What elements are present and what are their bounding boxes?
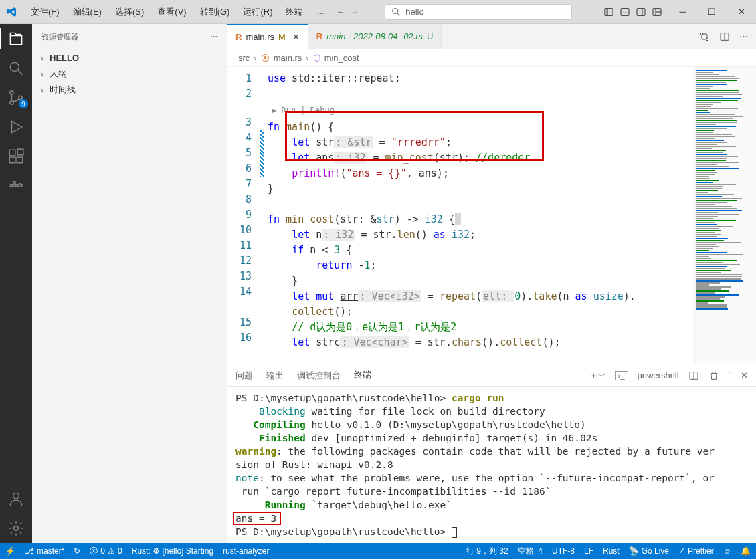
menu-file[interactable]: 文件(F) (24, 6, 66, 18)
code-line[interactable]: let ans: i32 = min_cost(str); //dereder (268, 150, 694, 166)
chevron-right-icon: › (37, 69, 47, 79)
toggle-panel-icon[interactable] (620, 7, 630, 17)
svg-point-26 (14, 526, 19, 531)
status-language[interactable]: Rust (603, 546, 620, 556)
menu-more[interactable]: … (310, 6, 332, 18)
code-line[interactable]: if n < 3 { (268, 243, 694, 258)
panel-tab-debug-console[interactable]: 调试控制台 (297, 367, 341, 384)
terminal-profile-icon[interactable]: ›_ (615, 371, 628, 380)
code-lens-run-debug[interactable]: ▶ Run | Debug (268, 102, 694, 120)
tab-more-icon[interactable]: ⋯ (739, 31, 748, 41)
code-line[interactable]: println!("ans = {}", ans); (268, 166, 694, 181)
code-line[interactable]: // d认为是0，e认为是1，r认为是2 (268, 320, 694, 335)
minimap[interactable] (694, 67, 756, 364)
terminal-line: note: to see what the problems were, use… (235, 471, 748, 485)
explorer-sidebar: 资源管理器 ⋯ › HELLO › 大纲 › 时间线 (32, 24, 227, 543)
status-notifications-icon[interactable]: 🔔 (741, 546, 751, 556)
close-panel-icon[interactable]: ✕ (741, 370, 748, 380)
menu-go[interactable]: 转到(G) (193, 6, 237, 18)
code-line[interactable]: let str: &str = "rrredrr"; (268, 135, 694, 150)
tab-main-rs[interactable]: R main.rs M ✕ (227, 24, 308, 49)
code-line[interactable]: let n: i32 = str.len() as i32; (268, 227, 694, 243)
sidebar-item-label: 大纲 (50, 68, 67, 80)
breadcrumb[interactable]: src › ⦿ main.rs › ⬡ min_cost (227, 49, 756, 67)
panel-tab-problems[interactable]: 问题 (235, 367, 253, 384)
panel-tab-output[interactable]: 输出 (266, 367, 284, 384)
code-line[interactable] (268, 86, 694, 102)
nav-back-icon[interactable]: ← (336, 7, 345, 17)
code-line[interactable] (268, 197, 694, 212)
menu-view[interactable]: 查看(V) (151, 6, 193, 18)
code-line[interactable]: let strc: Vec<char> = str.chars().collec… (268, 335, 694, 350)
panel-tab-terminal[interactable]: 终端 (354, 366, 371, 384)
compare-changes-icon[interactable] (699, 31, 710, 42)
extensions-icon[interactable] (7, 147, 25, 166)
breadcrumb-item[interactable]: main.rs (274, 53, 302, 63)
tab-main-backup[interactable]: R main - 2022-08-04--02.rs U (308, 24, 442, 49)
status-branch[interactable]: ⎇master* (25, 546, 64, 556)
new-terminal-icon[interactable]: ＋﹀ (589, 370, 605, 382)
status-eol[interactable]: LF (584, 546, 593, 556)
menu-edit[interactable]: 编辑(E) (66, 6, 108, 18)
status-rust[interactable]: Rust: ⚙ [hello] Starting (132, 546, 213, 556)
svg-point-12 (10, 62, 19, 71)
svg-line-13 (18, 70, 23, 75)
terminal-shell-label[interactable]: powershell (638, 370, 679, 380)
code-line[interactable]: } (268, 273, 694, 289)
code-line[interactable]: let mut arr: Vec<i32> = repeat(elt: 0).t… (268, 289, 694, 304)
run-debug-icon[interactable] (7, 118, 25, 136)
source-control-icon[interactable]: 9 (7, 88, 25, 107)
split-terminal-icon[interactable] (688, 370, 699, 381)
terminal-line: warning: the following packages contain … (235, 445, 748, 458)
tab-close-icon[interactable]: ✕ (292, 32, 300, 42)
terminal[interactable]: PS D:\mysetup\gopath\rustcode\hello> car… (227, 387, 756, 543)
menu-selection[interactable]: 选择(S) (108, 6, 151, 18)
terminal-line: Blocking waiting for file lock on build … (235, 405, 748, 418)
toggle-secondary-sidebar-icon[interactable] (636, 7, 646, 17)
toggle-primary-sidebar-icon[interactable] (603, 7, 614, 17)
settings-gear-icon[interactable] (7, 519, 25, 538)
chevron-right-icon: › (37, 53, 47, 63)
code-line[interactable]: return -1; (268, 258, 694, 273)
status-go-live[interactable]: 📡 Go Live (629, 546, 669, 556)
rust-file-icon: R (235, 32, 242, 42)
command-center-search[interactable]: hello (385, 4, 572, 20)
split-editor-icon[interactable] (719, 31, 730, 42)
status-rust-analyzer[interactable]: rust-analyzer (223, 546, 269, 556)
docker-icon[interactable] (7, 177, 25, 195)
code-editor[interactable]: 1234567891011121314 1516 use std::iter::… (227, 67, 756, 364)
status-problems[interactable]: ⓧ 0 ⚠ 0 (90, 546, 122, 557)
maximize-icon[interactable]: ☐ (697, 0, 727, 24)
sidebar-section-timeline[interactable]: › 时间线 (32, 82, 227, 98)
minimize-icon[interactable]: ─ (668, 0, 697, 24)
close-icon[interactable]: ✕ (727, 0, 756, 24)
kill-terminal-icon[interactable] (708, 370, 719, 381)
nav-forward-icon[interactable]: → (350, 7, 359, 17)
code-line[interactable]: use std::iter::repeat; (268, 71, 694, 86)
maximize-panel-icon[interactable]: ˆ (729, 370, 731, 380)
status-sync[interactable]: ↻ (74, 546, 80, 556)
status-cursor-position[interactable]: 行 9，列 32 (466, 546, 508, 557)
sidebar-section-outline[interactable]: › 大纲 (32, 66, 227, 82)
menu-terminal[interactable]: 终端 (279, 6, 310, 18)
status-indentation[interactable]: 空格: 4 (518, 546, 543, 557)
sidebar-section-hello[interactable]: › HELLO (32, 49, 227, 66)
status-feedback-icon[interactable]: ☺ (723, 546, 731, 556)
status-prettier[interactable]: ✓ Prettier (678, 546, 714, 556)
status-remote-icon[interactable]: ⚡ (5, 546, 15, 556)
accounts-icon[interactable] (7, 489, 25, 508)
search-icon[interactable] (7, 59, 25, 78)
explorer-icon[interactable] (7, 29, 25, 48)
code-line[interactable]: fn main() { (268, 120, 694, 135)
code-line[interactable]: } (268, 181, 694, 197)
code-content[interactable]: use std::iter::repeat; ▶ Run | Debugfn m… (264, 67, 694, 364)
status-encoding[interactable]: UTF-8 (552, 546, 575, 556)
code-line[interactable]: collect(); (268, 304, 694, 320)
breadcrumb-item[interactable]: src (238, 53, 250, 63)
customize-layout-icon[interactable] (652, 7, 662, 17)
menu-run[interactable]: 运行(R) (236, 6, 279, 18)
svg-point-25 (13, 493, 19, 499)
sidebar-more-icon[interactable]: ⋯ (210, 33, 217, 41)
breadcrumb-item[interactable]: min_cost (324, 53, 359, 63)
code-line[interactable]: fn min_cost(str: &str) -> i32 { (268, 212, 694, 227)
